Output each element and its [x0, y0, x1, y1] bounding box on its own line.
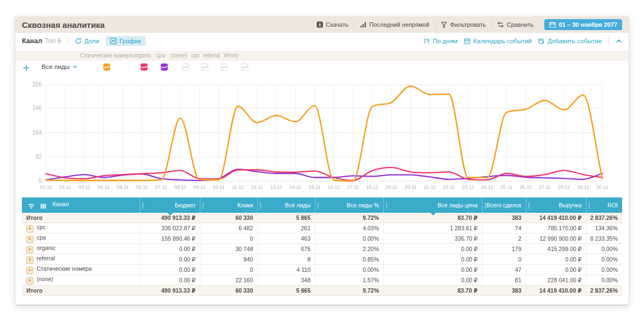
table-row-8[interactable]: Итого490 913.33 ₽60 3305 8659.72%83.70 ₽… [22, 286, 622, 296]
legend-chip-5[interactable] [202, 63, 209, 71]
column-header-8[interactable]: Выручка [526, 197, 586, 213]
channel-cell: +(none) [22, 275, 140, 286]
table-filter-icon[interactable] [28, 202, 34, 208]
legend-chip-2[interactable] [141, 63, 148, 71]
column-label: Все лиды % [315, 202, 383, 208]
svg-text:11.11: 11.11 [232, 184, 244, 190]
column-menu-icon[interactable] [386, 202, 388, 209]
column-header-4[interactable]: Все лиды [257, 197, 315, 213]
legend-series-label: cpc [191, 51, 200, 61]
table-row-6[interactable]: +Статические номера0.00 ₽04 1100.00%0.00… [22, 265, 622, 275]
column-menu-icon[interactable] [588, 202, 590, 209]
chevron-up-icon [616, 38, 622, 44]
channels-table-wrap: КаналБюджетКликиВсе лидыВсе лиды %Все ли… [15, 197, 629, 296]
channel-name: cpa [37, 234, 46, 241]
column-menu-icon[interactable] [317, 202, 319, 209]
legend-series-label: organic [134, 51, 152, 61]
column-menu-icon[interactable] [260, 202, 262, 209]
metric-selector[interactable]: Все лиды [42, 63, 78, 70]
expand-row-icon[interactable]: + [26, 236, 33, 243]
table-cell: 0.00 ₽ [140, 244, 200, 254]
column-menu-icon[interactable] [528, 202, 530, 209]
action-label: Последний непрямой [369, 21, 429, 28]
column-header-6[interactable]: Все лиды цена [383, 197, 482, 213]
expand-row-icon[interactable]: + [26, 246, 33, 253]
table-cell: 2 [482, 234, 526, 244]
legend-chip-6[interactable] [221, 63, 228, 71]
svg-text:15.11: 15.11 [309, 184, 321, 190]
table-cell: 675 [257, 244, 315, 254]
calendar-grid-icon [464, 38, 470, 44]
column-header-5[interactable]: Все лиды % [315, 197, 383, 213]
table-columns-icon[interactable] [40, 202, 47, 208]
legend-chip-1[interactable] [104, 63, 111, 71]
expand-row-icon[interactable]: + [26, 257, 33, 264]
sort-indicator [430, 213, 436, 216]
legend-chip-3[interactable] [161, 63, 168, 71]
compare-button[interactable]: Сравнить [492, 21, 539, 28]
table-cell: 336.70 ₽ [383, 234, 482, 244]
column-header-9[interactable]: ROI [586, 197, 622, 213]
svg-text:21.11: 21.11 [424, 184, 436, 190]
table-row-5[interactable]: +referral0.00 ₽94080.85%0.00 ₽00.00 ₽0.0… [22, 254, 622, 265]
table-row-4[interactable]: +organic0.00 ₽30 7486752.20%0.00 ₽179415… [22, 244, 622, 254]
expand-row-icon[interactable]: + [26, 267, 33, 274]
expand-row-icon[interactable]: + [26, 225, 33, 232]
dimension-label: КаналТоп 6 [22, 37, 61, 45]
svg-text:28.11: 28.11 [558, 184, 570, 190]
filter-button[interactable]: Фильтровать [435, 21, 491, 28]
svg-text:16.11: 16.11 [328, 184, 340, 190]
table-cell: 785 170.00 ₽ [526, 223, 586, 234]
column-header-2[interactable]: Бюджет [140, 197, 200, 213]
column-menu-icon[interactable] [202, 202, 204, 209]
svg-text:22.11: 22.11 [443, 184, 455, 190]
table-cell: 490 913.33 ₽ [140, 286, 200, 296]
expand-row-icon[interactable]: + [26, 277, 33, 284]
channel-name: referral [37, 255, 55, 261]
collapse-chart-button[interactable] [616, 38, 622, 44]
download-button[interactable]: Скачать [311, 21, 354, 28]
column-header-7[interactable]: Всего сделок [482, 197, 526, 213]
channel-cell: +referral [22, 254, 140, 265]
table-row-1[interactable]: Итого490 913.33 ₽60 3305 8659.72%83.70 ₽… [22, 213, 622, 223]
table-row-2[interactable]: +cpc335 022.87 ₽6 4822614.03%1 283.61 ₽7… [22, 223, 622, 234]
table-cell: 415 299.00 ₽ [526, 244, 586, 254]
table-cell: 1 283.61 ₽ [383, 223, 482, 234]
legend-series-label: cpa [156, 51, 165, 61]
svg-text:01.11: 01.11 [40, 184, 52, 190]
add-event-button[interactable]: Добавить событие [538, 38, 602, 44]
table-cell: 81 [482, 275, 526, 286]
table-row-7[interactable]: +(none)0.00 ₽22 1603481.57%0.00 ₽81228 0… [22, 275, 622, 286]
table-cell: 5 865 [257, 213, 315, 223]
table-cell: 0.00 ₽ [140, 254, 200, 265]
legend-series-label: Итого [224, 51, 238, 61]
shares-button[interactable]: Доли [75, 38, 99, 44]
table-cell: 0.00% [315, 234, 383, 244]
legend-chip-7[interactable] [242, 63, 249, 71]
by-days-button[interactable]: По дням [423, 38, 457, 44]
table-cell: 0.00 ₽ [526, 254, 586, 265]
attribution-button[interactable]: Последний непрямой [354, 21, 435, 28]
table-cell: 2.20% [315, 244, 383, 254]
chart-svg: 08216424632601.1102.1103.1104.1105.1106.… [15, 75, 629, 196]
table-cell: 0.00% [586, 254, 622, 265]
date-range-button[interactable]: 01 – 30 ноября 2077 [544, 19, 622, 30]
table-cell: 0.00 ₽ [140, 265, 200, 275]
legend-labels-strip: Статические номераorganiccpa(none)cpcref… [15, 51, 629, 61]
column-menu-icon[interactable] [142, 202, 144, 209]
svg-text:04.11: 04.11 [97, 184, 110, 190]
add-series-button[interactable] [23, 65, 30, 71]
chart-view-button[interactable]: График [106, 36, 145, 46]
column-header-channel[interactable]: Канал [22, 197, 140, 213]
column-header-3[interactable]: Клики [200, 197, 257, 213]
table-cell: 0.00% [586, 265, 622, 275]
total-cell: Итого [22, 286, 140, 296]
table-row-3[interactable]: +cpa155 890.46 ₽04630.00%336.70 ₽212 990… [22, 234, 622, 244]
column-menu-icon[interactable] [484, 202, 486, 209]
action-label: Сравнить [507, 21, 533, 28]
legend-series-label: (none) [171, 51, 187, 61]
legend-chip-4[interactable] [182, 63, 189, 71]
toolbar-right: По днямКалендарь событийДобавить событие [423, 37, 622, 45]
events-calendar-button[interactable]: Календарь событий [464, 38, 531, 44]
column-label: Выручка [526, 202, 586, 208]
